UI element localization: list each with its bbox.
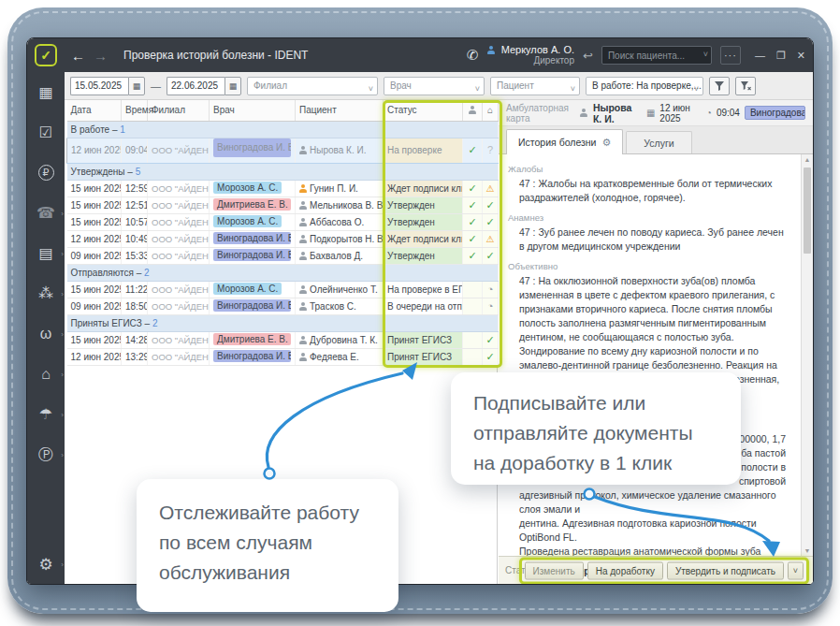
phone-icon[interactable]: ✆ xyxy=(467,47,479,64)
table-row[interactable]: 15 июн 202514:28 ООО "АЙДЕНТ" Дмитриева … xyxy=(67,331,499,348)
table-row[interactable]: 12 июн 202510:49 ООО "АЙДЕНТ" Виноградов… xyxy=(67,230,499,247)
chevron-down-icon: ˅ xyxy=(475,80,480,95)
sidebar-item-schedule[interactable]: ▦ xyxy=(27,72,65,112)
table-row[interactable]: 15 июн 202512:51 ООО "АЙДЕНТ" Дмитриева … xyxy=(67,197,499,213)
recent-patient-icon[interactable]: ↩ xyxy=(583,49,593,63)
clear-filter-button[interactable] xyxy=(735,77,756,95)
history-settings-icon[interactable]: ⚙ xyxy=(601,137,611,149)
back-icon[interactable]: ← xyxy=(71,48,85,64)
date-from-input[interactable] xyxy=(70,77,128,95)
table-row[interactable]: 15 июн 202512:59 ООО "АЙДЕНТ" Морозов А.… xyxy=(67,180,499,197)
record-time: 09:04 xyxy=(717,108,740,118)
sidebar-item-calls[interactable]: ☎› xyxy=(27,193,65,233)
tooth-icon: ω xyxy=(40,327,52,342)
chevron-down-icon[interactable]: ˅ xyxy=(703,50,708,59)
scroll-up-icon[interactable]: ▲ xyxy=(802,156,813,163)
minimize-button[interactable]: — xyxy=(755,50,765,61)
table-row[interactable]: 15 июн 202511:22 ООО "АЙДЕНТ" Морозов А.… xyxy=(67,281,499,298)
record-patient-name: Нырова К. И. xyxy=(593,102,642,124)
apply-filter-button[interactable] xyxy=(709,77,730,95)
column-time[interactable]: Время xyxy=(122,100,148,121)
sidebar-item-salary[interactable]: Ⓟ› xyxy=(27,434,65,474)
callout-sign-docs: Подписывайте или отправляйте документы н… xyxy=(451,372,741,485)
column-status[interactable]: Статус xyxy=(384,100,463,121)
sidebar-item-settings[interactable]: ⚙› xyxy=(27,548,65,580)
column-clinic-signature[interactable]: ⌂ xyxy=(483,100,499,121)
table-row[interactable]: 15 июн 202510:57 ООО "АЙДЕНТ" Морозов А.… xyxy=(67,213,499,230)
branch-select[interactable]: Филиал˅ xyxy=(247,77,378,95)
person-icon xyxy=(580,109,586,117)
column-date[interactable]: Дата xyxy=(67,100,122,121)
scroll-down-icon[interactable]: ▼ xyxy=(802,547,813,554)
calendar-icon[interactable]: ▦ xyxy=(224,77,241,95)
record-info-bar: Амбулаторная карта Нырова К. И. ▦ 12 июн… xyxy=(499,100,813,126)
group-row[interactable]: Приняты ЕГИСЗ – 2 xyxy=(67,314,499,331)
edit-button[interactable]: Изменить xyxy=(525,561,584,579)
patient-select[interactable]: Пациент˅ xyxy=(490,77,580,95)
close-button[interactable]: ✕ xyxy=(797,50,805,62)
patient-sign-icon: ✓ xyxy=(468,144,476,155)
doctor-select[interactable]: Врач˅ xyxy=(384,77,485,95)
record-status-bar: Статус На проверке Изменить На доработку… xyxy=(499,556,813,584)
ident-logo-icon: ✓ xyxy=(35,44,57,66)
patient-sign-icon: ✓ xyxy=(468,216,476,227)
forward-icon[interactable]: → xyxy=(94,48,108,64)
column-patient-signature[interactable] xyxy=(463,100,483,121)
more-button[interactable]: ··· xyxy=(720,46,741,65)
clinic-icon: ⌂ xyxy=(487,105,493,115)
calls-icon: ☎ xyxy=(36,206,55,221)
date-from: ▦ xyxy=(70,77,145,95)
chevron-right-icon: › xyxy=(61,289,64,298)
calendar-icon[interactable]: ▦ xyxy=(128,77,145,95)
record-type-label: Амбулаторная карта xyxy=(506,103,575,124)
group-row[interactable]: Утверждены – 5 xyxy=(67,163,499,180)
history-text: Жалобы 47 : Жалобы на кратковременные бо… xyxy=(499,154,801,556)
tab-history[interactable]: История болезни⚙ xyxy=(506,129,623,154)
gear-icon: ⚙ xyxy=(38,555,52,575)
scrollbar-thumb[interactable] xyxy=(804,167,811,254)
approve-sign-button[interactable]: Утвердить и подписать xyxy=(667,561,784,579)
date-to-input[interactable] xyxy=(167,77,224,95)
chevron-right-icon: › xyxy=(61,410,64,418)
sidebar-item-treatment[interactable]: ω› xyxy=(27,313,65,354)
sidebar-item-referrals[interactable]: ⁂› xyxy=(27,273,65,313)
clock-icon: ◔ xyxy=(487,300,494,312)
table-row[interactable]: 09 июн 202515:33 ООО "АЙДЕНТ" Виноградов… xyxy=(67,247,499,264)
sidebar-item-reports[interactable]: ▤› xyxy=(27,233,65,273)
salary-icon: Ⓟ xyxy=(38,447,53,462)
schedule-icon: ▦ xyxy=(38,85,52,100)
medical-records-icon: ☑ xyxy=(39,125,52,140)
chevron-right-icon: › xyxy=(61,370,64,378)
table-row[interactable]: 09 июн 202518:50 ООО "АЙДЕНТ" Виноградов… xyxy=(67,298,499,314)
doctor-chip: Дмитриева Е. В. xyxy=(213,333,291,345)
tab-services[interactable]: Услуги xyxy=(626,131,691,153)
approve-options-button[interactable]: ˅ xyxy=(788,561,804,579)
sidebar-item-payments[interactable]: ₽ xyxy=(27,153,65,193)
doctor-chip: Дмитриева Е. В. xyxy=(213,198,291,211)
status-filter-select[interactable]: В работе: На проверке,...˅ xyxy=(586,77,703,95)
actions-highlight: Изменить На доработку Утвердить и подпис… xyxy=(519,557,809,584)
group-row[interactable]: Отправляются – 2 xyxy=(67,264,499,281)
scrollbar[interactable]: ▲ ▼ xyxy=(801,154,813,556)
chevron-right-icon: › xyxy=(61,209,64,217)
patient-search: ˅ xyxy=(601,46,712,66)
section-text: 47 : Зуб ранее лечен по поводу кариеса. … xyxy=(508,226,786,254)
referrals-icon: ⁂ xyxy=(38,286,53,301)
table-row[interactable]: 12 июн 202513:29 ООО "АЙДЕНТ" Виноградов… xyxy=(67,348,499,365)
sidebar-item-medical-records[interactable]: ☑ xyxy=(27,112,65,153)
column-patient[interactable]: Пациент xyxy=(296,100,384,121)
search-input[interactable] xyxy=(601,46,712,65)
table-row[interactable]: 12 июн 202509:04 ООО "АЙДЕНТ" Виноградов… xyxy=(67,138,499,163)
user-name: Меркулов А. О. xyxy=(501,44,574,55)
rework-button[interactable]: На доработку xyxy=(587,561,663,579)
record-doctor-chip: Виноградова... xyxy=(745,106,805,120)
sidebar-item-insurance[interactable]: ☂› xyxy=(27,394,65,434)
sidebar-item-inventory[interactable]: ⌂› xyxy=(27,354,65,394)
current-user[interactable]: Меркулов А. О. Директор xyxy=(487,44,574,66)
group-row[interactable]: В работе – 1 xyxy=(67,121,499,138)
maximize-button[interactable]: ❐ xyxy=(776,50,786,62)
column-branch[interactable]: Филиал xyxy=(148,100,210,121)
clinic-sign-icon: ✓ xyxy=(485,199,494,211)
column-doctor[interactable]: Врач xyxy=(210,100,296,121)
app-logo: ✓ xyxy=(27,44,65,66)
